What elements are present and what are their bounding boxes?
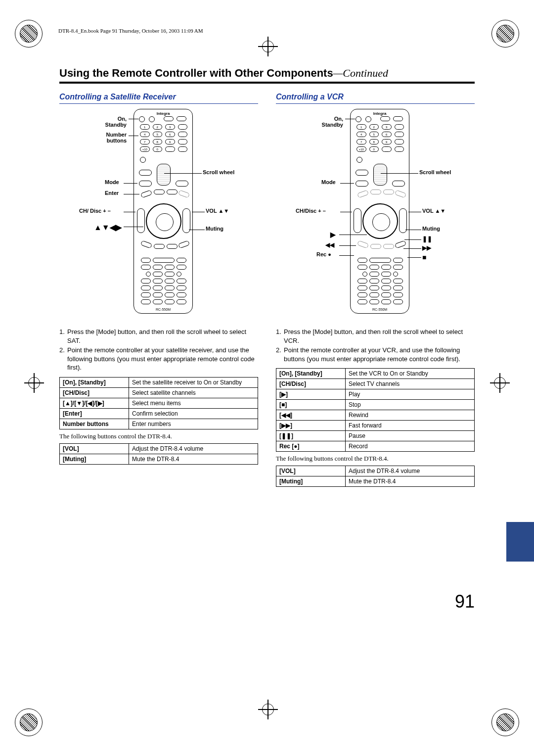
right-step-2: Point the remote controller at your VCR,… xyxy=(284,346,475,363)
label-scroll-wheel: Scroll wheel xyxy=(203,169,234,175)
label-enter: Enter xyxy=(105,190,119,196)
remote-model: RC-550M xyxy=(134,308,192,311)
right-subhead-rule xyxy=(276,103,475,104)
label-ff: ▶▶ xyxy=(422,244,431,251)
remote-brand: Integra xyxy=(351,111,409,116)
right-column: Controlling a VCR Integra 123 456 789 +1… xyxy=(276,93,475,490)
right-functions-table: [On], [Standby]Set the VCR to On or Stan… xyxy=(276,368,475,452)
custom-button-icon xyxy=(140,157,146,163)
left-step-2: Point the remote controller at your sate… xyxy=(67,346,258,372)
table-row: [▶]Play xyxy=(276,389,475,400)
label-stop: ■ xyxy=(422,253,426,261)
table-row: [On], [Standby]Set the satellite receive… xyxy=(60,377,258,387)
left-dtr-table: [VOL]Adjust the DTR-8.4 volume [Muting]M… xyxy=(59,443,258,465)
left-subhead: Controlling a Satellite Receiver xyxy=(59,93,258,101)
page-title-main: Using the Remote Controller with Other C… xyxy=(59,67,333,79)
label-play: ▶ xyxy=(330,231,336,238)
crop-mark-bl xyxy=(15,709,43,736)
remote-outline: Integra 123 456 789 +100 xyxy=(350,109,409,314)
table-row: [Enter]Confirm selection xyxy=(60,408,258,419)
tv-button-icon xyxy=(164,116,174,121)
left-remote-diagram: Integra 123 456 789 +100 xyxy=(59,109,258,322)
registration-mark-bottom xyxy=(261,703,275,716)
label-muting: Muting xyxy=(422,226,440,232)
table-row: [Muting]Mute the DTR-8.4 xyxy=(276,476,475,487)
label-number-buttons: Number buttons xyxy=(87,132,127,143)
input-button-icon xyxy=(177,116,186,121)
label-rec: Rec ● xyxy=(316,251,331,257)
label-scroll-wheel: Scroll wheel xyxy=(419,169,451,175)
table-row: [VOL]Adjust the DTR-8.4 volume xyxy=(60,443,258,454)
nav-ring-icon xyxy=(146,203,181,239)
table-row: Number buttonsEnter numbers xyxy=(60,419,258,429)
page-number: 91 xyxy=(455,591,475,612)
table-row: [❚❚]Pause xyxy=(276,431,475,441)
label-mode: Mode xyxy=(105,179,119,185)
left-subhead-rule xyxy=(59,103,258,104)
table-row: [▲]/[▼]/[◀]/[▶]Select menu items xyxy=(60,398,258,408)
page-title-continued: —Continued xyxy=(333,67,388,79)
table-row: Rec [●]Record xyxy=(276,441,475,452)
remote-brand: Integra xyxy=(134,111,192,116)
on-button-icon xyxy=(139,116,145,122)
standby-button-icon xyxy=(149,116,155,122)
left-step-1: Press the [Mode] button, and then roll t… xyxy=(67,328,258,345)
registration-mark-right xyxy=(493,376,507,390)
label-vol: VOL ▲▼ xyxy=(206,208,229,214)
label-on-standby: On, Standby xyxy=(304,116,343,128)
table-row: [Muting]Mute the DTR-8.4 xyxy=(60,454,258,464)
label-rewind: ◀◀ xyxy=(325,241,334,248)
page-title: Using the Remote Controller with Other C… xyxy=(59,67,475,80)
title-rule xyxy=(59,82,475,84)
crop-mark-tl xyxy=(15,20,43,47)
label-arrows: ▲▼◀▶ xyxy=(94,223,122,232)
right-steps: 1.Press the [Mode] button, and then roll… xyxy=(276,328,475,363)
table-row: [■]Stop xyxy=(276,400,475,410)
label-ch-disc: CH/ Disc + – xyxy=(79,208,111,214)
crop-mark-tr xyxy=(491,20,519,47)
input-sel-button-icon xyxy=(176,181,188,187)
number-pad: 123 456 789 +100 xyxy=(140,124,187,154)
scroll-wheel-icon xyxy=(157,164,171,186)
section-tab xyxy=(506,522,534,562)
macro-button-icon xyxy=(139,170,152,176)
right-follow-text: The following buttons control the DTR-8.… xyxy=(276,455,475,463)
table-row: [CH/Disc]Select satellite channels xyxy=(60,387,258,398)
right-subhead: Controlling a VCR xyxy=(276,93,475,101)
right-remote-diagram: Integra 123 456 789 +100 xyxy=(276,109,475,322)
right-step-1: Press the [Mode] button, and then roll t… xyxy=(284,328,475,345)
crop-mark-br xyxy=(491,709,519,736)
table-row: [▶▶]Fast forward xyxy=(276,421,475,431)
left-steps: 1.Press the [Mode] button, and then roll… xyxy=(59,328,258,372)
right-dtr-table: [VOL]Adjust the DTR-8.4 volume [Muting]M… xyxy=(276,466,475,487)
table-row: [◀◀]Rewind xyxy=(276,410,475,421)
mode-button-icon xyxy=(139,181,152,187)
table-row: [VOL]Adjust the DTR-8.4 volume xyxy=(276,466,475,476)
table-row: [CH/Disc]Select TV channels xyxy=(276,379,475,389)
running-header: DTR-8.4_En.book Page 91 Thursday, Octobe… xyxy=(58,28,203,34)
table-row: [On], [Standby]Set the VCR to On or Stan… xyxy=(276,369,475,379)
page-content: Using the Remote Controller with Other C… xyxy=(59,67,475,490)
left-column: Controlling a Satellite Receiver Integra… xyxy=(59,93,258,490)
registration-mark-top xyxy=(261,40,275,53)
label-pause: ❚❚ xyxy=(422,236,432,242)
label-on-standby: On, Standby xyxy=(87,116,127,128)
left-functions-table: [On], [Standby]Set the satellite receive… xyxy=(59,377,258,429)
label-muting: Muting xyxy=(206,226,223,232)
registration-mark-left xyxy=(27,376,41,390)
remote-outline: Integra 123 456 789 +100 xyxy=(134,109,193,314)
ch-disc-pill-icon xyxy=(137,208,145,233)
left-follow-text: The following buttons control the DTR-8.… xyxy=(59,432,258,440)
transport-buttons xyxy=(139,258,188,306)
label-vol: VOL ▲▼ xyxy=(422,208,445,214)
label-mode: Mode xyxy=(321,179,336,185)
label-ch-disc: CH/Disc + – xyxy=(296,208,326,214)
